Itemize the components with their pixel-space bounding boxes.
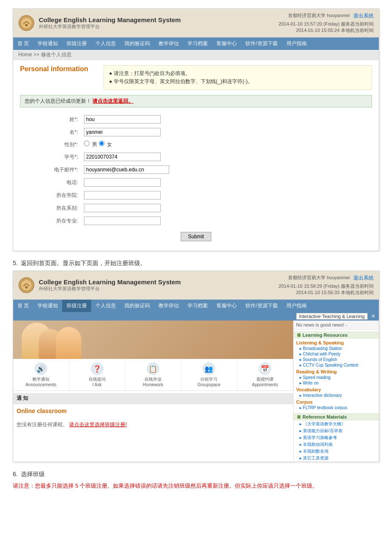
- nav-school-notice[interactable]: 学校通知: [33, 38, 62, 50]
- ref-link-6[interactable]: 其它工具资源: [294, 455, 379, 462]
- nav2-home[interactable]: 首 页: [13, 300, 33, 312]
- corpus-title: Corpus: [294, 398, 379, 405]
- step6-notice: 请注意：您最多只能选择 5 个班级注册。如果选择错误的话请先注销班级然后再重新注…: [13, 482, 379, 491]
- tabs-bar: Interactive·Teaching & Learning ✕: [13, 312, 379, 321]
- return-link[interactable]: 请点击这里返回。: [92, 98, 133, 104]
- teaching-icons: 🔊 教学通知Announcements ❓ 在线提问I Ask 📋: [13, 359, 293, 391]
- phone-input[interactable]: [84, 178, 161, 187]
- svg-point-2: [25, 24, 28, 26]
- nav2-verify-code[interactable]: 我的验证码: [120, 300, 154, 312]
- server-time-2: 2014-01-10 15:58:29 (Friday) 服务器当前时间: [279, 283, 374, 289]
- first-name-input[interactable]: [84, 128, 161, 136]
- university-name: 首都经济贸易大学 houyanmei: [288, 12, 350, 20]
- nav-verify-code[interactable]: 我的验证码: [120, 38, 154, 50]
- system-title-2: College English Learning Management Syst…: [39, 278, 181, 286]
- banner-area: [13, 321, 293, 359]
- student-id-label: 学号*:: [46, 151, 81, 163]
- gender-female-radio[interactable]: [99, 141, 104, 146]
- school-label: 所在学院:: [46, 189, 81, 201]
- nav-user-guide[interactable]: 用户指南: [282, 38, 311, 50]
- reading-writing-title: Reading & Writing: [294, 368, 379, 375]
- learning-resources-title: 🖥 Learning Resources: [294, 331, 379, 339]
- nav-personal-info[interactable]: 个人信息: [91, 38, 120, 50]
- write-on-link[interactable]: Write on: [294, 380, 379, 386]
- major-input[interactable]: [84, 217, 161, 225]
- system-subtitle: 外研社大学英语教学管理平台: [39, 23, 181, 30]
- email-label: 电子邮件*:: [46, 164, 81, 176]
- nav2-school-notice[interactable]: 学校通知: [33, 300, 62, 312]
- phone-label: 电话:: [46, 176, 81, 188]
- nav-teaching-eval[interactable]: 教学评估: [154, 38, 183, 50]
- svg-point-4: [21, 280, 32, 290]
- email-input[interactable]: [84, 165, 169, 174]
- listening-speaking-title: Listening & Speaking: [294, 339, 379, 346]
- notice-required: ● 请注意：打星号(*)处目为必填项。: [109, 70, 366, 77]
- ref-link-1[interactable]: 《大学英语教学大纲》: [294, 421, 379, 428]
- nav-customer-service[interactable]: 客服中心: [212, 38, 241, 50]
- learning-res-icon: 🖥: [296, 332, 301, 338]
- cctv-link[interactable]: CCTV Cup Speaking Contest: [294, 362, 379, 368]
- ref-link-5[interactable]: 丰我则数名词: [294, 448, 379, 455]
- school-input[interactable]: [84, 191, 161, 199]
- groupspace-icon[interactable]: 👥 分组学习Groupspace: [181, 359, 237, 390]
- ref-link-3[interactable]: 英语学习策略参考: [294, 434, 379, 441]
- personal-info-title: Personal information: [20, 65, 97, 73]
- nav2-personal-info[interactable]: 个人信息: [91, 300, 120, 312]
- speed-reading-link[interactable]: Speed reading: [294, 375, 379, 380]
- nav-class-register[interactable]: 班级注册: [62, 38, 91, 50]
- gender-male-radio[interactable]: [84, 141, 89, 146]
- logout-link-2[interactable]: 退出系统: [353, 275, 374, 282]
- announcements-icon[interactable]: 🔊 教学通知Announcements: [13, 359, 69, 390]
- fltrp-link[interactable]: FLTRP textbook corpus: [294, 405, 379, 410]
- personal-info-form: 姓*: 名*: 性别*: 男 女 学号*:: [46, 113, 173, 228]
- reference-materials-title: 🖥 Reference Materials: [294, 413, 379, 421]
- nav-study-archive[interactable]: 学习档案: [183, 38, 212, 50]
- svg-point-5: [25, 286, 28, 289]
- system-title: College English Learning Management Syst…: [39, 16, 181, 23]
- local-time-2: 2014-01-10 15:56:33 本地机当前时间: [279, 289, 374, 296]
- nav2-study-archive[interactable]: 学习档案: [183, 300, 212, 312]
- nav2-software-download[interactable]: 软件/资源下载: [241, 300, 282, 312]
- last-name-label: 姓*:: [46, 113, 81, 125]
- step6-heading: 6. 选择班级: [13, 471, 379, 478]
- dept-label: 所在系别:: [46, 202, 81, 214]
- chitchat-link[interactable]: Chitchat with Peedy: [294, 351, 379, 357]
- dept-input[interactable]: [84, 204, 161, 212]
- first-name-label: 名*:: [46, 126, 81, 138]
- interactive-teaching-tab[interactable]: Interactive·Teaching & Learning: [296, 313, 368, 320]
- step5-text: 5. 返回到首页面。显示如下页面，开始注册班级。: [13, 260, 379, 267]
- gender-label: 性别*:: [46, 139, 81, 150]
- nav-home[interactable]: 首 页: [13, 38, 33, 50]
- system-subtitle-2: 外研社大学英语教学管理平台: [39, 286, 181, 292]
- online-classroom-title: Online classroom: [13, 404, 293, 418]
- nav2-user-guide[interactable]: 用户指南: [282, 300, 311, 312]
- nav2-class-register[interactable]: 班级注册: [62, 300, 91, 312]
- appointments-icon[interactable]: 📅 面授约课Appointments: [237, 359, 293, 390]
- student-id-input[interactable]: [84, 153, 161, 161]
- nav2-customer-service[interactable]: 客服中心: [212, 300, 241, 312]
- register-class-link[interactable]: 请点击这里选择班级注册!: [69, 422, 127, 428]
- i-ask-icon[interactable]: ❓ 在线提问I Ask: [69, 359, 125, 390]
- nav-software-download[interactable]: 软件/资源下载: [241, 38, 282, 50]
- nav-bar-2: 首 页 学校通知 班级注册 个人信息 我的验证码 教学评估 学习档案 客服中心 …: [13, 300, 379, 312]
- logout-link[interactable]: 退出系统: [353, 12, 374, 20]
- notice-bar: 通 知: [13, 393, 293, 404]
- svg-point-1: [21, 18, 32, 28]
- local-time: 2014-01-10 15:55:24 本地机当前时间: [279, 27, 374, 34]
- broadcasting-link[interactable]: Broadcasting Station: [294, 346, 379, 351]
- success-message: 您的个人信息已经成功更新！ 请点击这里返回。: [20, 95, 372, 107]
- sounds-link[interactable]: Sounds of English: [294, 357, 379, 362]
- submit-button[interactable]: Submit: [181, 232, 211, 241]
- no-class-msg: 您没有注册任何课程。 请点击这里选择班级注册!: [13, 418, 293, 432]
- nav-bar: 首 页 学校通知 班级注册 个人信息 我的验证码 教学评估 学习档案 客服中心 …: [13, 38, 379, 50]
- ref-link-4[interactable]: 丰我助动词列表: [294, 441, 379, 448]
- interactive-dict-link[interactable]: Interactive dictionary: [294, 393, 379, 398]
- nav2-teaching-eval[interactable]: 教学评估: [154, 300, 183, 312]
- university-name-2: 首都经济贸易大学 houyanmei: [288, 275, 350, 282]
- last-name-input[interactable]: [84, 115, 161, 124]
- logo-icon: [18, 15, 35, 31]
- news-bar: No news is good news! -: [294, 321, 379, 330]
- homework-icon[interactable]: 📋 在线作业Homework: [125, 359, 181, 390]
- notice-id-rule: ● 学号仅限英文字母、英文阿拉伯数字、下划线(_)和连字符(-)。: [109, 78, 366, 85]
- ref-link-2[interactable]: 英语能力目标/百评表: [294, 428, 379, 434]
